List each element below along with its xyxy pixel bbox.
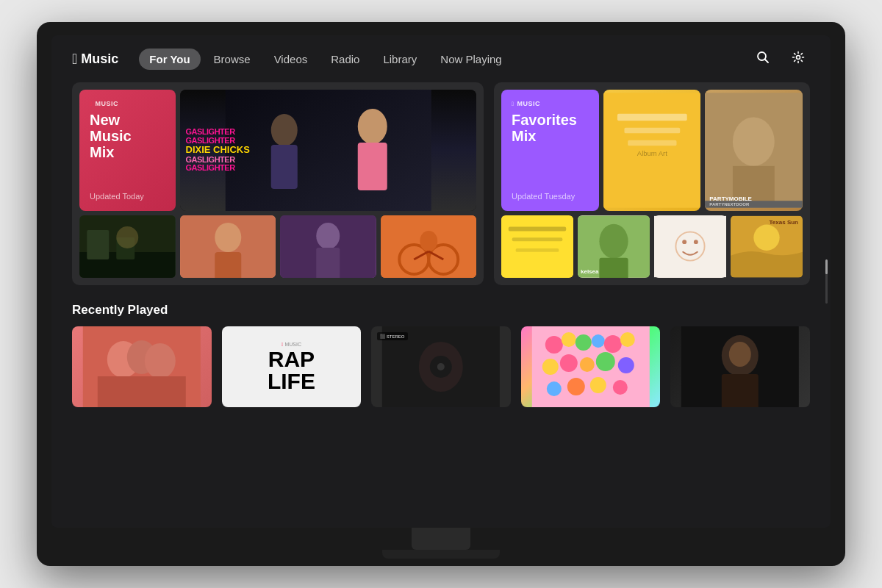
- svg-rect-37: [516, 248, 559, 252]
- new-music-title: New Music Mix: [90, 112, 165, 160]
- svg-point-63: [620, 332, 635, 347]
- recently-played-title: Recently Played: [72, 303, 810, 318]
- nav-item-now-playing[interactable]: Now Playing: [430, 49, 512, 70]
- recent-card-portrait[interactable]: [670, 326, 810, 407]
- gaslighter-card[interactable]: GASLIGHTER GASLIGHTER DIXIE CHICKS GASLI…: [180, 90, 477, 211]
- svg-rect-52: [98, 376, 186, 407]
- screen-content:  Music For You Browse Videos Radio Libr…: [51, 35, 831, 528]
- nav-item-browse[interactable]: Browse: [204, 49, 261, 70]
- svg-point-67: [596, 352, 615, 371]
- navigation-bar:  Music For You Browse Videos Radio Libr…: [51, 35, 831, 82]
- svg-point-58: [545, 336, 563, 354]
- svg-point-70: [567, 378, 585, 395]
- svg-rect-10: [87, 230, 109, 259]
- apple-icon: : [72, 51, 77, 68]
- svg-point-69: [547, 381, 562, 396]
- recent-card-1[interactable]: [72, 326, 212, 407]
- new-music-label:  MUSIC: [90, 100, 165, 107]
- rap-life-text: RAP LIFE: [268, 348, 315, 392]
- favorites-title: Favorites Mix: [512, 112, 589, 144]
- app-logo:  Music: [72, 51, 118, 68]
- svg-point-60: [576, 334, 592, 351]
- main-content:  MUSIC New Music Mix Updated Today: [51, 82, 831, 528]
- recent-card-flowers[interactable]: [521, 326, 661, 407]
- scroll-thumb: [825, 259, 828, 274]
- new-music-updated: Updated Today: [90, 192, 165, 201]
- svg-point-31: [733, 117, 775, 165]
- nav-item-for-you[interactable]: For You: [139, 49, 200, 70]
- tv-frame:  Music For You Browse Videos Radio Libr…: [37, 22, 845, 566]
- yellow-album[interactable]: Album Art: [603, 90, 701, 211]
- svg-point-22: [420, 231, 437, 251]
- svg-rect-18: [316, 248, 340, 278]
- rap-life-badge:  MUSIC: [282, 342, 301, 347]
- svg-point-44: [694, 240, 698, 244]
- new-music-mix-card[interactable]:  MUSIC New Music Mix Updated Today: [72, 82, 484, 285]
- tv-base: [382, 550, 500, 559]
- svg-point-14: [215, 223, 241, 252]
- svg-point-43: [682, 240, 686, 244]
- rap-life-content:  MUSIC RAP LIFE: [268, 342, 315, 392]
- new-music-mix-hero[interactable]:  MUSIC New Music Mix Updated Today: [79, 90, 176, 211]
- favorites-label:  MUSIC: [512, 100, 589, 107]
- svg-rect-29: [628, 140, 676, 146]
- recent-card-rap-life[interactable]:  MUSIC RAP LIFE: [222, 326, 362, 407]
- svg-point-39: [599, 224, 628, 259]
- svg-point-76: [729, 342, 751, 367]
- favorites-updated: Updated Tuesday: [512, 192, 589, 201]
- svg-rect-28: [624, 128, 680, 134]
- yellow-small-album[interactable]: [501, 215, 573, 278]
- album-thumb-1[interactable]: [79, 215, 176, 278]
- svg-point-2: [797, 55, 800, 59]
- featured-row:  MUSIC New Music Mix Updated Today: [72, 82, 810, 285]
- kelsea-album[interactable]: kelsea: [578, 215, 650, 278]
- svg-point-62: [604, 335, 622, 353]
- album-thumb-2[interactable]: [180, 215, 276, 278]
- svg-point-56: [437, 363, 445, 370]
- gaslighter-text: GASLIGHTER GASLIGHTER DIXIE CHICKS GASLI…: [180, 90, 477, 211]
- svg-point-71: [590, 377, 606, 393]
- settings-button[interactable]: [786, 47, 810, 71]
- svg-point-61: [592, 334, 605, 348]
- favorites-bottom-row: kelsea: [501, 215, 803, 278]
- svg-rect-41: [654, 216, 726, 277]
- partymobile-text: PARTYMOBILE PARTYNEXTDOOR: [709, 196, 798, 207]
- nav-item-library[interactable]: Library: [373, 49, 427, 70]
- smile-album[interactable]: [654, 215, 726, 278]
- tv-screen:  Music For You Browse Videos Radio Libr…: [51, 35, 831, 528]
- svg-point-65: [560, 354, 578, 372]
- nav-item-radio[interactable]: Radio: [320, 49, 370, 70]
- svg-point-64: [542, 359, 559, 375]
- recently-played-section: Recently Played: [72, 303, 810, 407]
- dancer-album[interactable]: Texas Sun: [731, 215, 803, 278]
- svg-rect-34: [501, 216, 573, 277]
- album-thumb-4[interactable]: [381, 215, 477, 278]
- svg-point-12: [116, 226, 138, 248]
- small-albums-row: [79, 215, 476, 278]
- svg-rect-35: [509, 227, 566, 232]
- nav-items: For You Browse Videos Radio Library Now …: [139, 49, 745, 70]
- svg-rect-27: [617, 114, 687, 121]
- svg-rect-15: [215, 252, 241, 278]
- texas-sun-text: Texas Sun: [770, 220, 798, 226]
- favorites-mix-hero[interactable]:  MUSIC Favorites Mix Updated Tuesday: [501, 90, 599, 211]
- svg-point-72: [613, 380, 628, 395]
- svg-point-68: [618, 357, 634, 373]
- svg-rect-36: [512, 237, 563, 241]
- app-title: Music: [81, 51, 118, 67]
- search-button[interactable]: [751, 47, 775, 71]
- stereo-badge: ⬛ STEREO: [377, 332, 407, 340]
- search-icon: [756, 51, 770, 68]
- tv-stand: [412, 528, 470, 550]
- svg-rect-75: [722, 374, 759, 407]
- svg-point-59: [562, 332, 576, 347]
- favorites-mix-card[interactable]:  MUSIC Favorites Mix Updated Tuesday: [494, 82, 810, 285]
- partymobile-album[interactable]: PARTYMOBILE PARTYNEXTDOOR: [705, 90, 803, 211]
- album-thumb-3[interactable]: [280, 215, 376, 278]
- svg-rect-40: [599, 258, 628, 278]
- nav-icons: [751, 47, 810, 71]
- svg-point-66: [580, 357, 595, 372]
- settings-icon: [792, 51, 805, 68]
- recent-card-3[interactable]: ⬛ STEREO: [371, 326, 511, 407]
- nav-item-videos[interactable]: Videos: [264, 49, 318, 70]
